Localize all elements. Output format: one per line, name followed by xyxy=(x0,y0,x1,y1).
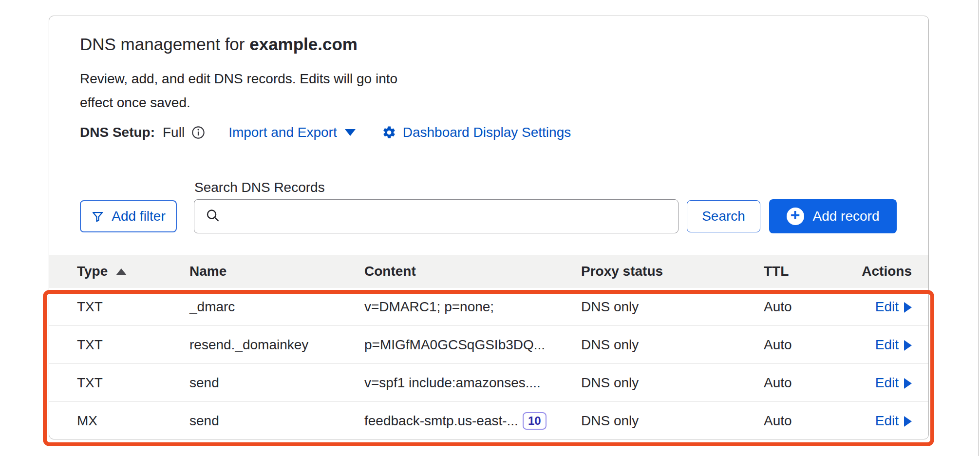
cell-ttl: Auto xyxy=(764,413,856,429)
cell-content: p=MIGfMA0GCSqGSIb3DQ... xyxy=(364,337,581,353)
add-record-label: Add record xyxy=(813,209,880,224)
column-header-name: Name xyxy=(189,264,364,279)
plus-icon xyxy=(787,208,804,225)
dashboard-display-settings-label: Dashboard Display Settings xyxy=(403,125,571,140)
edit-label: Edit xyxy=(875,299,899,315)
edit-label: Edit xyxy=(875,375,899,391)
cell-content-text: v=DMARC1; p=none; xyxy=(364,299,494,315)
cell-proxy-status: DNS only xyxy=(581,337,764,353)
column-header-type[interactable]: Type xyxy=(77,264,189,279)
dns-records-table: Type Name Content Proxy status TTL Actio… xyxy=(49,255,928,439)
page-title: DNS management for example.com xyxy=(80,35,358,54)
cell-content: v=spf1 include:amazonses.... xyxy=(364,375,581,391)
cell-ttl: Auto xyxy=(764,375,856,391)
column-header-ttl: TTL xyxy=(764,264,856,279)
cell-ttl: Auto xyxy=(764,337,856,353)
page-title-domain: example.com xyxy=(249,35,358,54)
edit-arrow-icon xyxy=(904,302,912,313)
add-record-button[interactable]: Add record xyxy=(769,199,897,233)
search-input[interactable] xyxy=(194,199,678,233)
table-row: TXT _dmarc v=DMARC1; p=none; DNS only Au… xyxy=(49,288,928,326)
cell-type: MX xyxy=(77,413,189,429)
column-header-proxy-status: Proxy status xyxy=(581,264,764,279)
edit-label: Edit xyxy=(875,413,899,429)
table-row: TXT send v=spf1 include:amazonses.... DN… xyxy=(49,364,928,402)
cell-ttl: Auto xyxy=(764,299,856,315)
edit-arrow-icon xyxy=(904,416,912,427)
caret-down-icon xyxy=(345,129,356,136)
dns-setup-row: DNS Setup: Full Import and Export Dashbo… xyxy=(80,122,571,143)
cell-content: feedback-smtp.us-east-... 10 xyxy=(364,412,581,430)
cell-type: TXT xyxy=(77,299,189,315)
import-export-link[interactable]: Import and Export xyxy=(228,125,356,140)
edit-link[interactable]: Edit xyxy=(856,375,912,391)
search-button[interactable]: Search xyxy=(687,200,760,232)
edit-link[interactable]: Edit xyxy=(856,299,912,315)
edit-arrow-icon xyxy=(904,378,912,389)
cell-name: resend._domainkey xyxy=(189,337,364,353)
column-header-actions: Actions xyxy=(856,264,912,279)
priority-badge: 10 xyxy=(523,412,547,430)
cell-content-text: feedback-smtp.us-east-... xyxy=(364,413,518,429)
edit-label: Edit xyxy=(875,337,899,353)
dns-setup-value: Full xyxy=(163,125,185,140)
column-header-content: Content xyxy=(364,264,581,279)
page-description: Review, add, and edit DNS records. Edits… xyxy=(80,67,408,114)
cell-proxy-status: DNS only xyxy=(581,299,764,315)
cell-type: TXT xyxy=(77,337,189,353)
dns-setup-label: DNS Setup: xyxy=(80,125,155,140)
cell-content-text: v=spf1 include:amazonses.... xyxy=(364,375,541,391)
cell-content: v=DMARC1; p=none; xyxy=(364,299,581,315)
page-title-prefix: DNS management for xyxy=(80,35,249,54)
controls-row: Add filter Search Add record xyxy=(80,199,897,233)
info-icon[interactable] xyxy=(191,126,205,139)
gear-icon xyxy=(382,125,396,140)
column-header-type-label: Type xyxy=(77,264,108,279)
add-filter-label: Add filter xyxy=(112,209,166,224)
cell-name: send xyxy=(189,413,364,429)
table-header-row: Type Name Content Proxy status TTL Actio… xyxy=(49,255,928,288)
import-export-label: Import and Export xyxy=(228,125,337,140)
page-edge-divider xyxy=(978,0,979,456)
search-field-wrap xyxy=(194,199,678,233)
cell-type: TXT xyxy=(77,375,189,391)
cell-name: send xyxy=(189,375,364,391)
edit-link[interactable]: Edit xyxy=(856,413,912,429)
add-filter-button[interactable]: Add filter xyxy=(80,200,177,232)
cell-content-text: p=MIGfMA0GCSqGSIb3DQ... xyxy=(364,337,545,353)
edit-link[interactable]: Edit xyxy=(856,337,912,353)
table-row: MX send feedback-smtp.us-east-... 10 DNS… xyxy=(49,402,928,439)
dns-management-card: DNS management for example.com Review, a… xyxy=(49,16,929,439)
dashboard-display-settings-link[interactable]: Dashboard Display Settings xyxy=(382,125,571,140)
sort-ascending-icon xyxy=(116,268,127,275)
search-dns-records-label: Search DNS Records xyxy=(194,180,325,195)
cell-name: _dmarc xyxy=(189,299,364,315)
cell-proxy-status: DNS only xyxy=(581,375,764,391)
table-row: TXT resend._domainkey p=MIGfMA0GCSqGSIb3… xyxy=(49,326,928,364)
filter-icon xyxy=(91,210,104,223)
cell-proxy-status: DNS only xyxy=(581,413,764,429)
edit-arrow-icon xyxy=(904,340,912,351)
